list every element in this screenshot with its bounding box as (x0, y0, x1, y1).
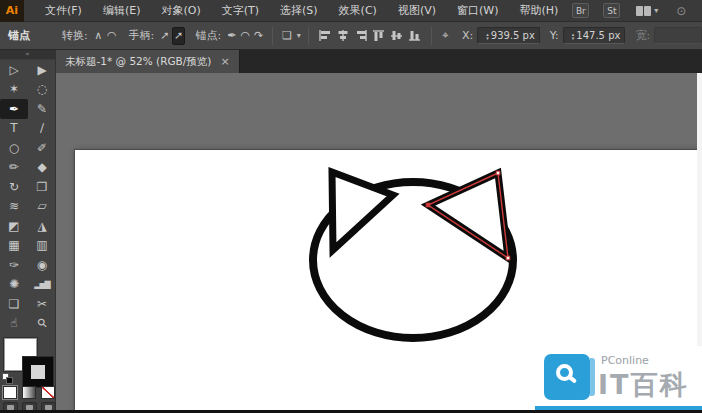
mesh-tool[interactable]: ▦ (0, 236, 28, 256)
stepper-icon[interactable]: ▴▾ (572, 32, 575, 40)
document-tab[interactable]: 未标题-1* @ 52% (RGB/预览) × (56, 50, 240, 73)
magnifier-icon (556, 364, 573, 381)
anchor-point[interactable] (496, 171, 500, 175)
symbol-sprayer-tool[interactable]: ✺ (0, 275, 28, 295)
watermark: PConline IT百科 (535, 346, 702, 410)
eyedropper-tool[interactable]: ✑ (0, 255, 28, 275)
perspective-grid-tool[interactable]: ◮ (28, 216, 56, 236)
artboard-tool[interactable]: ❏ (0, 294, 28, 314)
align-vertical-bottom-icon[interactable] (408, 29, 422, 42)
anchor-point-selected[interactable] (426, 203, 430, 207)
default-fill-stroke-icon[interactable] (2, 373, 13, 384)
close-icon[interactable]: × (220, 55, 229, 68)
stepper-icon[interactable]: ▴▾ (486, 32, 489, 40)
direct-selection-tool[interactable]: ▶ (28, 60, 56, 80)
pencil-tool[interactable]: ✏ (0, 158, 28, 178)
x-input[interactable]: ▴▾ 939.5 px (477, 27, 540, 44)
illustrator-window: Ai 文件(F)编辑(E)对象(O)文字(T)选择(S)效果(C)视图(V)窗口… (0, 0, 702, 413)
none-button[interactable] (41, 386, 55, 399)
show-handles-icon[interactable]: ➚ (159, 27, 170, 45)
app-logo-icon: Ai (0, 0, 24, 22)
menu-item-4[interactable]: 选择(S) (280, 3, 318, 18)
free-transform-tool[interactable]: ▱ (28, 197, 56, 217)
style-button[interactable]: St (603, 3, 620, 18)
anchor-point[interactable] (506, 256, 510, 260)
width-tool[interactable]: ≋ (0, 197, 28, 217)
mesh-tool-icon: ▦ (8, 238, 19, 252)
y-label: Y: (550, 29, 559, 42)
type-tool[interactable]: T (0, 119, 28, 139)
handles-label: 手柄: (128, 28, 154, 43)
zoom-tool[interactable]: ⚲ (28, 314, 56, 334)
menu-item-1[interactable]: 编辑(E) (103, 3, 141, 18)
scale-tool[interactable]: ❐ (28, 177, 56, 197)
line-segment-tool-icon: ∕ (40, 121, 44, 135)
tools-panel-header[interactable]: « (0, 50, 55, 60)
scale-tool-icon: ❐ (37, 180, 48, 194)
align-horizontal-right-icon[interactable] (354, 29, 368, 42)
divider (308, 27, 309, 45)
hide-handles-icon[interactable]: ➚ (172, 27, 184, 45)
document-setup-icon[interactable]: ❏ (281, 27, 292, 45)
gradient-tool[interactable]: ▥ (28, 236, 56, 256)
chevron-down-icon[interactable]: ▾ (297, 31, 301, 40)
canvas-area[interactable]: PConline IT百科 (56, 73, 702, 413)
ellipse-tool-icon: ○ (9, 141, 19, 155)
column-graph-tool-icon: ▂▅▇ (34, 280, 49, 289)
align-horizontal-center-icon[interactable] (336, 29, 350, 42)
eraser-tool[interactable]: ◆ (28, 158, 56, 178)
gradient-tool-icon: ▥ (36, 238, 47, 252)
menu-item-0[interactable]: 文件(F) (45, 3, 82, 18)
chevron-down-icon[interactable]: ▾ (654, 6, 658, 15)
pen-tool[interactable]: ✒ (0, 99, 28, 119)
connect-path-icon[interactable]: ↷ (253, 27, 264, 45)
tools-grid: ▷▶✶◌✒✎T∕○✐✏◆↻❐≋▱◩◮▦▥✑◉✺▂▅▇❏✂☝⚲ (0, 60, 55, 333)
menu-item-8[interactable]: 帮助(H) (519, 3, 558, 18)
watermark-brand: PConline (601, 354, 649, 367)
align-vertical-top-icon[interactable] (372, 29, 386, 42)
menu-item-6[interactable]: 视图(V) (398, 3, 436, 18)
menu-item-3[interactable]: 文字(T) (222, 3, 259, 18)
bridge-button[interactable]: Br (572, 3, 589, 18)
y-input[interactable]: ▴▾ 147.5 px (563, 27, 626, 44)
x-label: X: (462, 29, 473, 42)
cut-path-icon[interactable]: ◠ (240, 27, 251, 45)
reference-point-icon[interactable]: ⌖ (440, 27, 451, 45)
arrange-documents-icon[interactable] (636, 6, 651, 16)
shape-builder-tool[interactable]: ◩ (0, 216, 28, 236)
divider (272, 27, 273, 45)
rotate-tool[interactable]: ↻ (0, 177, 28, 197)
hand-tool-icon: ☝ (10, 316, 17, 330)
blend-tool-icon: ◉ (37, 258, 47, 272)
align-vertical-center-icon[interactable] (390, 29, 404, 42)
menu-item-2[interactable]: 对象(O) (161, 3, 200, 18)
blend-tool[interactable]: ◉ (28, 255, 56, 275)
gradient-button[interactable] (22, 386, 36, 399)
align-horizontal-left-icon[interactable] (318, 29, 332, 42)
workspace-switcher-icon[interactable]: ⊙ (676, 4, 686, 18)
menu-item-7[interactable]: 窗口(W) (457, 3, 498, 18)
convert-corner-icon[interactable]: ∧ (93, 27, 104, 45)
delete-anchor-icon[interactable]: ✒ (226, 27, 237, 45)
hand-tool[interactable]: ☝ (0, 314, 28, 334)
watermark-title: IT百科 (598, 367, 688, 403)
curvature-tool-icon: ✎ (37, 102, 47, 116)
menu-items: 文件(F)编辑(E)对象(O)文字(T)选择(S)效果(C)视图(V)窗口(W)… (24, 3, 558, 18)
magic-wand-tool[interactable]: ✶ (0, 80, 28, 100)
column-graph-tool[interactable]: ▂▅▇ (28, 275, 56, 295)
convert-smooth-icon[interactable]: ◠ (106, 27, 117, 45)
paintbrush-tool[interactable]: ✐ (28, 138, 56, 158)
line-segment-tool[interactable]: ∕ (28, 119, 56, 139)
eyedropper-tool-icon: ✑ (9, 258, 19, 272)
ellipse-tool[interactable]: ○ (0, 138, 28, 158)
slice-tool[interactable]: ✂ (28, 294, 56, 314)
lasso-tool-icon: ◌ (37, 82, 47, 96)
lasso-tool[interactable]: ◌ (28, 80, 56, 100)
menu-item-5[interactable]: 效果(C) (339, 3, 377, 18)
color-button[interactable] (3, 386, 17, 399)
control-bar: 锚点 转换: ∧ ◠ 手柄: ➚ ➚ 锚点: ✒ ◠ ↷ ❏ ▾ ⌖ X: (0, 22, 702, 50)
stroke-color-swatch[interactable] (23, 357, 53, 387)
paint-style-row (3, 386, 59, 399)
curvature-tool[interactable]: ✎ (28, 99, 56, 119)
selection-tool[interactable]: ▷ (0, 60, 28, 80)
